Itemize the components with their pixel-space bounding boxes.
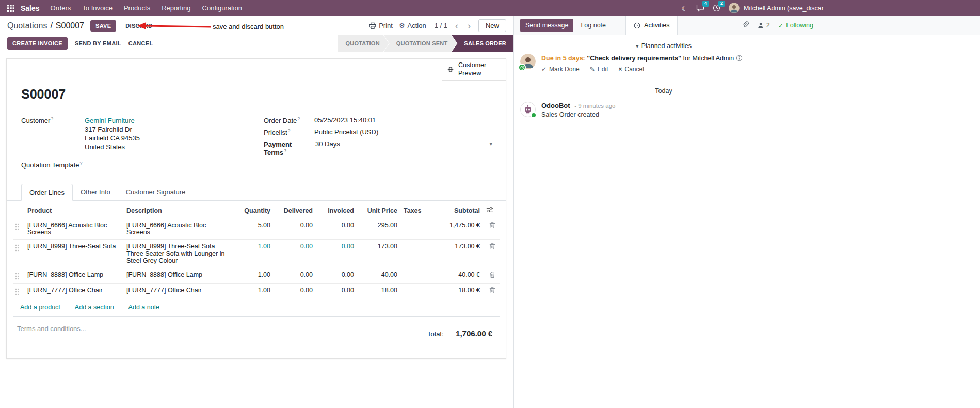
cell-quantity[interactable]: 5.00 (230, 218, 274, 240)
cell-unit-price[interactable]: 40.00 (357, 268, 400, 284)
messages-icon[interactable]: 4 (696, 4, 704, 12)
cell-delivered[interactable]: 0.00 (274, 240, 316, 268)
app-name[interactable]: Sales (21, 4, 40, 12)
state-quotation-sent[interactable]: QUOTATION SENT (384, 35, 457, 52)
cell-delivered[interactable]: 0.00 (274, 218, 316, 240)
breadcrumb-quotations[interactable]: Quotations (7, 21, 47, 30)
cell-description[interactable]: [FURN_7777] Office Chair (123, 284, 230, 299)
nav-menu-configuration[interactable]: Configuration (197, 0, 248, 16)
col-subtotal[interactable]: Subtotal (429, 202, 483, 218)
cell-invoiced[interactable]: 0.00 (316, 284, 357, 299)
nav-menu-to-invoice[interactable]: To Invoice (76, 0, 118, 16)
cell-product[interactable]: [FURN_8999] Three-Seat Sofa (24, 240, 123, 268)
cell-unit-price[interactable]: 173.00 (357, 240, 400, 268)
add-section-link[interactable]: Add a section (75, 304, 114, 311)
cell-invoiced[interactable]: 0.00 (316, 218, 357, 240)
cell-delivered[interactable]: 0.00 (274, 268, 316, 284)
drag-handle-icon[interactable] (13, 240, 24, 268)
pager-previous-icon[interactable]: ‹ (454, 21, 460, 30)
tab-customer-signature[interactable]: Customer Signature (118, 184, 194, 200)
table-row[interactable]: [FURN_6666] Acoustic Bloc Screens [FURN_… (13, 218, 500, 240)
tab-activities[interactable]: Activities (625, 16, 678, 35)
log-note-button[interactable]: Log note (575, 19, 611, 32)
action-button[interactable]: Action (399, 22, 426, 29)
col-description[interactable]: Description (123, 202, 230, 218)
state-sales-order[interactable]: SALES ORDER (452, 35, 513, 52)
optional-columns-icon[interactable] (483, 202, 500, 218)
apps-grid-icon[interactable] (5, 5, 17, 12)
cell-quantity[interactable]: 1.00 (230, 268, 274, 284)
send-by-email-button[interactable]: SEND BY EMAIL (75, 40, 121, 46)
cell-description[interactable]: [FURN_6666] Acoustic Bloc Screens (123, 218, 230, 240)
edit-activity-button[interactable]: Edit (590, 66, 608, 73)
delete-row-button[interactable] (483, 268, 500, 284)
user-menu[interactable]: Mitchell Admin (save_discar (729, 3, 980, 13)
add-note-link[interactable]: Add a note (128, 304, 159, 311)
cell-product[interactable]: [FURN_8888] Office Lamp (24, 268, 123, 284)
order-date-value[interactable]: 05/25/2023 15:40:01 (314, 115, 376, 124)
col-quantity[interactable]: Quantity (230, 202, 274, 218)
cell-product[interactable]: [FURN_6666] Acoustic Bloc Screens (24, 218, 123, 240)
pager-next-icon[interactable]: › (466, 21, 472, 30)
col-unit-price[interactable]: Unit Price (357, 202, 400, 218)
delete-row-button[interactable] (483, 284, 500, 299)
info-icon[interactable] (736, 55, 743, 61)
drag-handle-icon[interactable] (13, 218, 24, 240)
table-row[interactable]: [FURN_8999] Three-Seat Sofa [FURN_8999] … (13, 240, 500, 268)
drag-handle-icon[interactable] (13, 268, 24, 284)
cell-invoiced[interactable]: 0.00 (316, 240, 357, 268)
drag-handle-icon[interactable] (13, 284, 24, 299)
cell-taxes[interactable] (400, 218, 429, 240)
dark-mode-moon-icon[interactable] (681, 4, 688, 12)
delete-row-button[interactable] (483, 218, 500, 240)
col-product[interactable]: Product (24, 202, 123, 218)
nav-menu-orders[interactable]: Orders (45, 0, 77, 16)
cell-quantity[interactable]: 1.00 (230, 240, 274, 268)
planned-activities-header[interactable]: Planned activities (520, 39, 807, 54)
field-help-marker: ? (284, 148, 287, 153)
payment-terms-input[interactable]: 30 Days (314, 139, 493, 149)
tab-other-info[interactable]: Other Info (73, 184, 118, 200)
cell-description[interactable]: [FURN_8888] Office Lamp (123, 268, 230, 284)
quotation-template-label: Quotation Template? (21, 160, 85, 169)
add-product-link[interactable]: Add a product (20, 304, 60, 311)
followers-button[interactable]: 2 (757, 22, 770, 29)
cell-delivered[interactable]: 0.00 (274, 284, 316, 299)
mark-done-button[interactable]: Mark Done (541, 66, 580, 73)
cell-invoiced[interactable]: 0.00 (316, 268, 357, 284)
cell-quantity[interactable]: 1.00 (230, 284, 274, 299)
cancel-order-button[interactable]: CANCEL (128, 40, 153, 46)
nav-menu-products[interactable]: Products (118, 0, 156, 16)
delete-row-button[interactable] (483, 240, 500, 268)
cell-unit-price[interactable]: 295.00 (357, 218, 400, 240)
create-invoice-button[interactable]: CREATE INVOICE (7, 37, 68, 50)
chevron-down-icon[interactable] (489, 140, 492, 147)
cancel-activity-button[interactable]: Cancel (619, 66, 644, 73)
cell-product[interactable]: [FURN_7777] Office Chair (24, 284, 123, 299)
cell-taxes[interactable] (400, 240, 429, 268)
print-button[interactable]: Print (369, 22, 393, 29)
table-row[interactable]: [FURN_8888] Office Lamp [FURN_8888] Offi… (13, 268, 500, 284)
col-invoiced[interactable]: Invoiced (316, 202, 357, 218)
pricelist-value[interactable]: Public Pricelist (USD) (314, 127, 378, 136)
customer-preview-button[interactable]: Customer Preview (442, 59, 506, 81)
cell-taxes[interactable] (400, 284, 429, 299)
cell-taxes[interactable] (400, 268, 429, 284)
message-author[interactable]: OdooBot (541, 102, 570, 109)
activities-clock-icon[interactable]: 2 (713, 4, 720, 12)
terms-placeholder[interactable]: Terms and conditions... (17, 325, 86, 338)
save-button[interactable]: SAVE (90, 20, 116, 32)
send-message-button[interactable]: Send message (520, 19, 573, 32)
attachment-paperclip-icon[interactable] (742, 21, 749, 30)
col-taxes[interactable]: Taxes (400, 202, 429, 218)
table-row[interactable]: [FURN_7777] Office Chair [FURN_7777] Off… (13, 284, 500, 299)
following-toggle[interactable]: Following (778, 22, 813, 29)
tab-order-lines[interactable]: Order Lines (21, 184, 73, 201)
cell-description[interactable]: [FURN_8999] Three-Seat SofaThree Seater … (123, 240, 230, 268)
cell-unit-price[interactable]: 18.00 (357, 284, 400, 299)
nav-menu-reporting[interactable]: Reporting (156, 0, 196, 16)
new-button[interactable]: New (478, 19, 506, 32)
col-delivered[interactable]: Delivered (274, 202, 316, 218)
customer-link[interactable]: Gemini Furniture (85, 116, 140, 125)
state-quotation[interactable]: QUOTATION (338, 35, 389, 52)
